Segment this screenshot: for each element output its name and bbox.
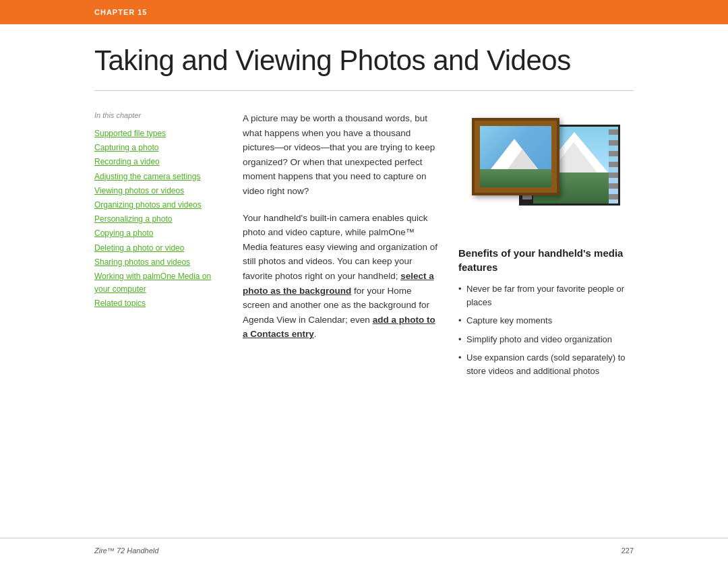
toc-link-sharing[interactable]: Sharing photos and videos	[94, 256, 222, 269]
toc-link-recording-a-video[interactable]: Recording a video	[94, 156, 222, 168]
photo-frame-inner	[480, 126, 551, 187]
main-content: Taking and Viewing Photos and Videos In …	[0, 44, 728, 383]
footer-right: 227	[621, 547, 634, 555]
benefits-list: Never be far from your favorite people o…	[458, 282, 634, 377]
benefit-item-4: Use expansion cards (sold separately) to…	[458, 351, 634, 377]
bold-link-1: select a photo as the background	[243, 271, 434, 296]
in-chapter-label: In this chapter	[94, 111, 222, 119]
benefits-title: Benefits of your handheld's media featur…	[458, 246, 634, 274]
benefit-item-1: Never be far from your favorite people o…	[458, 282, 634, 309]
paragraph-2: Your handheld's built-in camera enables …	[243, 211, 438, 342]
photo-frame	[472, 118, 559, 195]
mid-column: A picture may be worth a thousand words,…	[243, 111, 438, 383]
footer: Zire™ 72 Handheld 227	[0, 538, 728, 562]
toc-link-personalizing[interactable]: Personalizing a photo	[94, 213, 222, 226]
toc-link-copying[interactable]: Copying a photo	[94, 227, 222, 240]
benefit-item-3: Simplify photo and video organization	[458, 333, 634, 346]
bold-link-2: add a photo to a Contacts entry	[243, 315, 435, 340]
right-column: Benefits of your handheld's media featur…	[458, 111, 634, 383]
footer-left: Zire™ 72 Handheld	[94, 547, 158, 555]
toc-link-deleting[interactable]: Deleting a photo or video	[94, 242, 222, 255]
paragraph-1: A picture may be worth a thousand words,…	[243, 111, 438, 199]
toc-link-related-topics[interactable]: Related topics	[94, 297, 222, 310]
photo-ground	[480, 169, 551, 187]
photo-mountain-2	[508, 149, 537, 169]
toc-link-viewing-photos[interactable]: Viewing photos or videos	[94, 185, 222, 197]
content-columns: In this chapter Supported file types Cap…	[94, 111, 634, 383]
toc-link-capturing-a-photo[interactable]: Capturing a photo	[94, 142, 222, 154]
chapter-label: CHAPTER 15	[94, 8, 147, 16]
toc-link-working[interactable]: Working with palmOne Media on your compu…	[94, 270, 222, 296]
toc-link-supported-file-types[interactable]: Supported file types	[94, 127, 222, 140]
toc-link-organizing[interactable]: Organizing photos and videos	[94, 199, 222, 212]
illustration	[472, 111, 620, 232]
toc-link-adjusting-camera[interactable]: Adjusting the camera settings	[94, 170, 222, 183]
film-holes-right	[609, 127, 618, 204]
header-bar: CHAPTER 15	[0, 0, 728, 24]
left-column: In this chapter Supported file types Cap…	[94, 111, 222, 383]
benefit-item-2: Capture key moments	[458, 314, 634, 327]
page-title: Taking and Viewing Photos and Videos	[94, 44, 634, 91]
